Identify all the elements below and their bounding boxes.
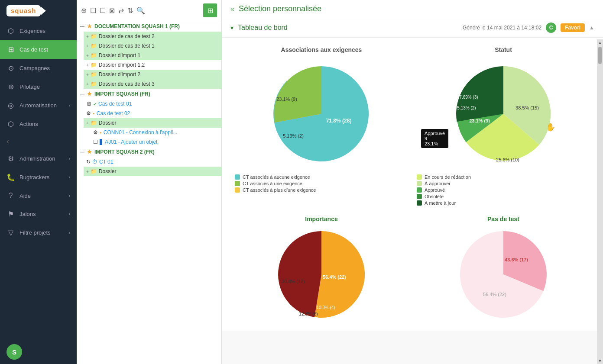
administration-icon: ⚙ (6, 155, 15, 163)
collapse-tree-btn[interactable]: « (230, 5, 234, 13)
clock-icon: ⏱ (92, 159, 97, 165)
scrollbar-up-arrow[interactable]: ▲ (589, 25, 594, 31)
list-item[interactable]: ☐ AJ01 - Ajouter un objet (91, 137, 221, 147)
legend-item: CT associés à aucune exigence (235, 174, 408, 180)
tree-scroll: — ★ DOCUMENTATION SQUASH 1 (FR) + 📁 Doss… (77, 21, 221, 364)
collapse-section-2[interactable]: — (80, 92, 84, 97)
legend-item: À approuver (417, 181, 590, 186)
gear-icon-2: ⚙ (93, 129, 98, 135)
favori-btn[interactable]: Favori (561, 23, 585, 32)
green-check-icon: ✔ (93, 102, 97, 106)
grid-view-btn[interactable]: ⊞ (203, 3, 217, 17)
content-area: ▾ Tableau de bord Généré le 14 mai 2021 … (222, 18, 603, 364)
sidebar-item-aide[interactable]: ? Aide › (0, 187, 77, 205)
list-item[interactable]: + 📁 Dossier (84, 167, 221, 176)
add-icon[interactable]: ⊕ (81, 6, 87, 15)
chevron-right-icon-jalons: › (69, 212, 70, 216)
list-item[interactable]: + 📁 Dossier de cas de test 3 (84, 79, 221, 89)
dashboard-actions: Généré le 14 mai 2021 à 14:18:02 C Favor… (463, 23, 594, 33)
legend-color-green (235, 181, 240, 186)
scrollbar-up-btn[interactable]: ▲ (597, 39, 603, 46)
legend-color-yellow (235, 187, 240, 193)
folder-icon: 📁 (91, 62, 97, 68)
section-2-label: IMPORT SQUASH (FR) (94, 91, 150, 97)
app-logo: squash (6, 5, 41, 16)
statut-title: Statut (417, 46, 590, 53)
legend-color-very-dark-green (417, 200, 422, 206)
screen-icon: 🖥 (86, 101, 91, 107)
sort-icon[interactable]: ⇅ (127, 6, 133, 15)
associations-legend: CT associés à aucune exigence CT associé… (235, 174, 408, 193)
list-item[interactable]: 🖥 ✔ Cas de test 01 (84, 99, 221, 109)
refresh-dashboard-btn[interactable]: C (546, 23, 556, 33)
svg-text:30.8% (12): 30.8% (12) (282, 279, 305, 284)
pilotage-icon: ⊕ (6, 83, 15, 91)
scrollbar-down-btn[interactable]: ▼ (597, 358, 603, 364)
associations-title: Associations aux exigences (235, 46, 408, 53)
chevron-right-icon-aide: › (69, 193, 70, 198)
list-item[interactable]: + 📁 Dossier d'import 1 (84, 51, 221, 60)
importance-chart: 56.4% (22) 30.8% (12) 12.8% (5) 10.3% (4… (235, 227, 408, 322)
chevron-right-icon-filtre: › (69, 230, 70, 235)
chart-pas-de-test: Pas de test 43.6% (17) 56.4% (22) (412, 211, 594, 326)
scrollbar-thumb[interactable] (598, 47, 602, 64)
dashboard-header: ▾ Tableau de bord Généré le 14 mai 2021 … (222, 18, 603, 38)
sidebar-item-filtre-projets[interactable]: ▽ Filtre projets › (0, 223, 77, 242)
filtre-projets-icon: ▽ (6, 229, 15, 237)
svg-text:43.6% (17): 43.6% (17) (505, 257, 528, 262)
list-item[interactable]: ↻ ⏱ CT 01 (84, 157, 221, 167)
star-icon-1: ★ (87, 23, 92, 29)
legend-color-dark-green (417, 194, 422, 199)
chevron-down-icon: ▾ (230, 24, 233, 31)
page-title: Sélection personnalisée (239, 4, 321, 13)
list-item[interactable]: ⚙ ● CONN01 - Connexion à l'appli... (91, 128, 221, 137)
sidebar-item-automatisation[interactable]: ◎ Automatisation › (0, 96, 77, 115)
svg-text:25.6% (10): 25.6% (10) (496, 157, 519, 162)
list-item[interactable]: + 📁 Dossier d'import 1.2 (84, 60, 221, 70)
scrollbar-track: ▲ ▼ (597, 39, 603, 364)
automatisation-icon: ◎ (6, 101, 15, 110)
statut-tooltip: Approuvé 9 23.1% (421, 129, 448, 148)
sidebar-collapse-btn[interactable]: ‹ (0, 133, 77, 149)
generated-label: Généré le 14 mai 2021 à 14:18:02 (463, 25, 541, 31)
search-tree-icon[interactable]: 🔍 (136, 6, 145, 15)
list-item[interactable]: ⚙ ● Cas de test 02 (84, 109, 221, 118)
list-item[interactable]: + 📁 Dossier (84, 118, 221, 128)
legend-color-green (417, 187, 422, 193)
sidebar-item-cas-de-test[interactable]: ⊞ Cas de test (0, 40, 77, 59)
svg-text:5.13% (2): 5.13% (2) (457, 106, 476, 110)
cas-de-test-icon: ⊞ (6, 45, 15, 54)
folder-icon: 📁 (91, 71, 97, 77)
legend-item: CT associés à une exigence (235, 181, 408, 186)
importance-title: Importance (235, 216, 408, 222)
orange-dot-icon: ● (93, 112, 95, 116)
svg-text:7.69% (3): 7.69% (3) (459, 95, 478, 100)
sidebar-item-pilotage[interactable]: ⊕ Pilotage (0, 77, 77, 96)
user-avatar[interactable]: S (6, 344, 22, 360)
list-item[interactable]: + 📁 Dossier de cas de test 2 (84, 32, 221, 41)
orange-dot-icon-2: ● (100, 131, 102, 135)
campagnes-icon: ⊙ (6, 64, 15, 72)
list-item[interactable]: + 📁 Dossier de cas de test 1 (84, 41, 221, 51)
statut-legend: En cours de rédaction À approuver Approu… (417, 174, 590, 206)
pas-de-test-chart: 43.6% (17) 56.4% (22) (417, 227, 590, 322)
user-footer: S (0, 340, 77, 364)
transfer-icon[interactable]: ⇄ (118, 6, 124, 15)
folder-icon: 📁 (91, 81, 97, 87)
sidebar-item-exigences[interactable]: ⬡ Exigences (0, 22, 77, 40)
sidebar-item-campagnes[interactable]: ⊙ Campagnes (0, 59, 77, 77)
legend-color-teal (235, 174, 240, 180)
paste-icon[interactable]: ☐ (100, 6, 106, 15)
legend-item: Approuvé (417, 187, 590, 193)
copy-icon[interactable]: ☐ (90, 6, 96, 15)
folder-icon: 📁 (91, 52, 97, 58)
list-item[interactable]: + 📁 Dossier d'import 2 (84, 70, 221, 79)
chart-statut: Statut (412, 42, 594, 211)
sidebar-item-actions[interactable]: ⬡ Actions (0, 115, 77, 133)
sidebar-item-administration[interactable]: ⚙ Administration › (0, 149, 77, 168)
delete-icon[interactable]: ⊠ (109, 6, 115, 15)
sidebar-item-jalons[interactable]: ⚑ Jalons › (0, 205, 77, 223)
sidebar-item-bugtrackers[interactable]: 🐛 Bugtrackers › (0, 168, 77, 187)
collapse-section-3[interactable]: — (80, 150, 84, 155)
collapse-section-1[interactable]: — (80, 24, 84, 29)
